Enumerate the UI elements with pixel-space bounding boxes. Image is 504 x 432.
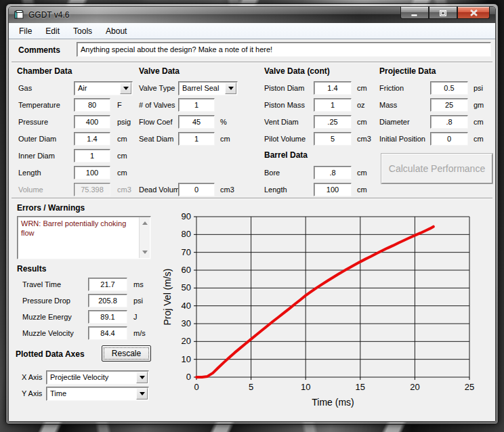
pressure-label: Pressure [18, 118, 48, 126]
y-axis-label: Y Axis [22, 389, 42, 397]
chamber-length-input[interactable]: 100 [74, 166, 110, 179]
y-tick-label: 20 [182, 336, 191, 346]
x-tick-label: 5 [249, 382, 253, 392]
x-axis-title: Time (ms) [312, 397, 354, 408]
vent-diam-input[interactable]: .25 [314, 115, 352, 129]
gas-select[interactable]: Air [74, 81, 133, 95]
diameter-input[interactable]: .8 [430, 115, 468, 129]
friction-label: Friction [379, 84, 404, 92]
close-icon [470, 7, 478, 19]
piston-diam-input[interactable]: 1.4 [314, 81, 352, 95]
initial-position-input[interactable]: 0 [430, 132, 468, 146]
piston-mass-input[interactable]: 1 [314, 98, 352, 112]
outer-diam-input[interactable]: 1.4 [74, 132, 110, 146]
y-tick-label: 0 [186, 372, 191, 382]
pressure-input[interactable]: 400 [74, 115, 110, 129]
app-icon [14, 10, 24, 20]
dead-volume-unit: cm3 [220, 186, 234, 194]
menu-about[interactable]: About [100, 24, 133, 38]
minimize-icon [411, 7, 418, 19]
scroll-up-icon[interactable] [142, 221, 148, 225]
piston-mass-unit: oz [357, 101, 365, 109]
dead-volume-input[interactable]: 0 [178, 183, 215, 196]
seat-diam-input[interactable]: 1 [178, 132, 215, 146]
divider-middle [12, 198, 492, 199]
num-valves-label: # of Valves [139, 101, 175, 109]
y-tick-label: 50 [182, 282, 191, 293]
flow-coef-label: Flow Coef [139, 118, 173, 126]
piston-mass-label: Piston Mass [264, 101, 305, 109]
minimize-button[interactable] [400, 7, 429, 19]
muzzle-energy-unit: J [133, 313, 138, 321]
flow-coef-input[interactable]: 45 [178, 115, 215, 129]
warnings-scrollbar[interactable] [139, 217, 150, 258]
x-tick-label: 10 [301, 382, 310, 392]
velocity-time-chart: 05101520250102030405060708090Time (ms)Pr… [161, 209, 495, 413]
valve-type-label: Valve Type [139, 84, 175, 92]
pilot-volume-unit: cm3 [357, 135, 371, 143]
friction-unit: psi [474, 84, 483, 92]
menu-tools[interactable]: Tools [67, 24, 98, 38]
y-tick-label: 10 [182, 354, 191, 364]
vent-diam-unit: cm [357, 118, 367, 126]
bore-input[interactable]: .8 [314, 166, 352, 179]
chevron-down-icon[interactable] [136, 372, 148, 383]
comments-label: Comments [18, 45, 60, 55]
maximize-button[interactable] [429, 7, 457, 19]
comments-input[interactable]: Anything special about the design? Make … [77, 42, 491, 57]
friction-input[interactable]: 0.5 [430, 81, 468, 95]
valve-type-select[interactable]: Barrel Seal [178, 81, 238, 95]
x-axis-select[interactable]: Projectile Velocity [46, 370, 149, 385]
chevron-down-icon[interactable] [120, 83, 131, 94]
close-button[interactable] [457, 7, 490, 19]
inner-diam-input[interactable]: 1 [74, 149, 110, 163]
rescale-button[interactable]: Rescale [102, 345, 151, 362]
x-tick-label: 15 [356, 382, 365, 392]
chevron-down-icon[interactable] [136, 388, 148, 399]
y-tick-label: 80 [182, 229, 191, 239]
x-tick-label: 20 [410, 382, 419, 392]
pressure-unit: psig [117, 118, 131, 126]
pilot-volume-input[interactable]: 5 [314, 132, 352, 146]
muzzle-energy-output: 89.1 [88, 310, 127, 324]
num-valves-input[interactable]: 1 [178, 98, 215, 112]
barrel-data-header: Barrel Data [264, 150, 308, 160]
diameter-label: Diameter [379, 118, 410, 126]
mass-input[interactable]: 25 [430, 98, 468, 112]
x-tick-label: 0 [194, 382, 198, 392]
menu-edit[interactable]: Edit [39, 24, 66, 38]
y-tick-label: 30 [182, 318, 191, 328]
barrel-length-input[interactable]: 100 [314, 183, 352, 196]
pressure-drop-label: Pressure Drop [22, 297, 70, 305]
chamber-length-unit: cm [117, 169, 127, 177]
menu-file[interactable]: File [13, 24, 38, 38]
piston-diam-label: Piston Diam [264, 84, 304, 92]
barrel-length-unit: cm [357, 186, 367, 194]
valve-data-cont-header: Valve Data (cont) [264, 66, 330, 76]
calculate-performance-button: Calculate Performance [381, 154, 492, 183]
seat-diam-label: Seat Diam [139, 135, 173, 143]
flow-coef-unit: % [220, 118, 227, 126]
initial-position-label: Initial Position [379, 135, 425, 143]
y-axis-select[interactable]: Time [46, 387, 149, 401]
vent-diam-label: Vent Diam [264, 118, 299, 126]
velocity-curve [196, 227, 434, 377]
temperature-input[interactable]: 80 [74, 98, 110, 112]
muzzle-energy-label: Muzzle Energy [22, 313, 72, 321]
errors-warnings-box[interactable]: WRN: Barrel potentially choking flow [17, 216, 151, 259]
pressure-drop-output: 205.8 [88, 294, 127, 307]
valve-data-header: Valve Data [139, 66, 180, 76]
chamber-length-label: Length [18, 169, 41, 177]
client-area: Comments Anything special about the desi… [9, 39, 495, 421]
errors-warnings-header: Errors / Warnings [17, 203, 85, 213]
menu-bar: File Edit Tools About [9, 23, 495, 39]
chamber-data-header: Chamber Data [17, 66, 72, 76]
y-tick-label: 90 [182, 211, 191, 221]
plotted-data-axes-header: Plotted Data Axes [16, 349, 85, 359]
gas-label: Gas [18, 84, 32, 92]
scroll-down-icon[interactable] [142, 251, 148, 254]
title-bar[interactable]: GGDT v4.6 [9, 7, 495, 23]
chevron-down-icon[interactable] [225, 83, 236, 94]
barrel-length-label: Length [264, 186, 287, 194]
inner-diam-label: Inner Diam [18, 152, 55, 160]
